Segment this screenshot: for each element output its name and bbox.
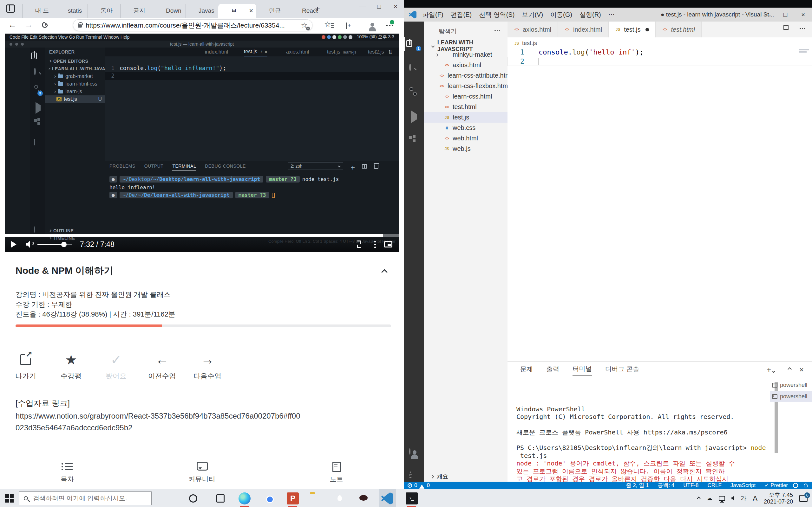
address-bar[interactable]: https://www.inflearn.com/course/올인원-개발클래… (73, 19, 312, 31)
gear-icon[interactable] (34, 227, 41, 234)
account-icon[interactable] (409, 449, 419, 458)
screencast-editor[interactable]: 1 console.log("hello inflearn!"); 2 (105, 56, 399, 161)
video-player[interactable]: Code File Edit Selection View Go Run Ter… (5, 34, 399, 252)
explorer-file-row[interactable]: learn-css-attribute.html (424, 70, 507, 81)
hidden-icons-chevron[interactable] (697, 497, 701, 500)
menu-item[interactable]: 선택 영역(S) (477, 10, 516, 19)
action-button[interactable]: 이전수업 (144, 352, 181, 381)
search-icon[interactable] (409, 65, 419, 74)
url-text[interactable]: https://www.inflearn.com/course/올인원-개발클래… (86, 21, 285, 30)
taskbar-terminal-icon[interactable]: ›_ (406, 493, 418, 504)
breadcrumb[interactable]: test.js (514, 40, 537, 47)
explorer-file-row[interactable]: web.js (424, 144, 507, 154)
taskbar-clock[interactable]: 오후 7:45 2021-07-20 (764, 492, 793, 505)
menu-item[interactable]: 이동(G) (549, 10, 574, 19)
play-button[interactable] (11, 241, 20, 248)
explorer-file-row[interactable]: › minkyu-maket (424, 49, 507, 60)
warning-count[interactable]: 0 (426, 482, 429, 489)
browser-tab[interactable]: ㅂ × (218, 4, 256, 18)
network-icon[interactable] (719, 496, 725, 501)
split-terminal-icon[interactable] (362, 164, 367, 170)
close-button[interactable]: × (794, 8, 812, 21)
statusbar-item[interactable]: JavaScript (730, 482, 756, 489)
action-button[interactable]: 나가기 (7, 352, 44, 381)
tab-close-icon[interactable]: × (264, 49, 267, 55)
fullscreen-icon[interactable] (357, 240, 365, 248)
new-terminal-icon[interactable]: + (351, 164, 355, 171)
explorer-file-row[interactable]: learn-css.html (424, 91, 507, 102)
volume-icon[interactable] (731, 496, 734, 501)
folder-root-header[interactable]: LEARN-ALL-WITH-JAVASC... (45, 65, 105, 72)
browser-tab[interactable]: 민규 × (256, 4, 289, 18)
statusbar-item[interactable]: ✓ Prettier (764, 482, 788, 489)
screencast-terminal[interactable]: PROBLEMSOUTPUTTERMINALDEBUG CONSOLE 2: z… (105, 161, 399, 234)
source-control-icon[interactable] (409, 89, 419, 99)
statusbar-item[interactable]: UTF-8 (683, 482, 699, 489)
menu-item[interactable]: 보기(V) (520, 10, 545, 19)
tab-actions-icon[interactable] (6, 4, 15, 13)
gear-icon[interactable] (409, 473, 419, 482)
explorer-file-row[interactable]: learn-css-flexbox.html (424, 81, 507, 91)
file-row[interactable]: › learn-js (45, 88, 105, 95)
collections-icon[interactable] (346, 22, 347, 29)
extensions-icon[interactable] (34, 122, 41, 129)
statusbar-item[interactable]: 줄 2, 열 1 (626, 482, 649, 489)
editor-tab[interactable]: axios.html (507, 21, 558, 38)
panel-tab[interactable]: PROBLEMS (109, 164, 136, 171)
panel-tab[interactable]: TERMINAL (172, 164, 196, 171)
search-input[interactable] (32, 494, 140, 502)
browser-tab[interactable]: Javas × (186, 4, 218, 18)
forward-button[interactable]: → (25, 20, 33, 30)
editor-tab[interactable]: test.js ./ × (244, 48, 267, 56)
material-link[interactable]: https://www.notion.so/grabyroom/React-35… (15, 410, 301, 434)
file-row[interactable]: › learn-html-css (45, 80, 105, 88)
maximize-button[interactable]: □ (776, 8, 794, 21)
panel-tab[interactable]: DEBUG CONSOLE (205, 164, 246, 171)
feedback-icon[interactable] (793, 483, 798, 488)
statusbar-item[interactable]: CRLF (707, 482, 721, 489)
files-icon[interactable] (34, 52, 41, 59)
file-row[interactable]: › grab-market (45, 72, 105, 80)
action-button[interactable]: 봤어요 (98, 352, 135, 381)
explorer-file-row[interactable]: test.html (424, 102, 507, 112)
new-terminal-icon[interactable]: + (767, 365, 774, 374)
panel-tab[interactable]: 디버그 콘솔 (605, 361, 639, 376)
cloud-icon[interactable]: ☁ (706, 495, 712, 502)
volume-slider[interactable] (38, 244, 72, 245)
menu-item[interactable]: ··· (607, 10, 616, 19)
back-button[interactable]: ← (8, 20, 16, 30)
editor-tab[interactable]: axios.html × (286, 48, 311, 56)
sidebar-more-icon[interactable] (497, 30, 498, 31)
menu-item[interactable]: 편집(E) (449, 10, 473, 19)
explorer-file-row[interactable]: web.html (424, 133, 507, 144)
taskbar-powerpoint-icon[interactable]: P (287, 493, 299, 504)
layout-toggle-icon[interactable]: ⇅ (388, 49, 392, 55)
editor-tab[interactable]: test.js learn-js × (327, 48, 356, 56)
terminal-list-item[interactable]: powershell (770, 379, 812, 391)
refresh-button[interactable] (41, 20, 49, 29)
collapse-chevron-icon[interactable] (381, 269, 388, 275)
editor-tab[interactable]: index.html × (205, 48, 231, 56)
ime-indicator[interactable]: A (753, 494, 757, 503)
bottom-nav-item[interactable]: 목차 (0, 456, 135, 489)
taskbar-search[interactable] (19, 492, 152, 505)
editor-tab[interactable]: test.html (656, 21, 702, 38)
outline-header[interactable]: OUTLINE (45, 227, 105, 234)
browser-tab[interactable]: 공지 × (120, 4, 153, 18)
editor-tab[interactable]: test2.js × (368, 48, 387, 56)
task-view-icon[interactable] (216, 494, 224, 503)
browser-tab[interactable]: 내 드 × (22, 4, 55, 18)
maximize-button[interactable]: □ (371, 0, 387, 13)
tab-close-icon[interactable]: × (249, 7, 253, 15)
editor-more-icon[interactable] (802, 28, 803, 29)
bottom-nav-item[interactable]: 커뮤니티 (135, 456, 269, 489)
panel-tab[interactable]: 터미널 (572, 361, 592, 376)
close-button[interactable]: × (387, 0, 404, 13)
panel-tab[interactable]: 문제 (520, 361, 533, 376)
search-icon[interactable] (34, 69, 41, 76)
start-button[interactable] (5, 494, 14, 503)
close-panel-icon[interactable]: × (799, 365, 804, 374)
panel-tab[interactable]: OUTPUT (144, 164, 164, 171)
menu-item[interactable]: 파일(F) (421, 10, 445, 19)
picture-in-picture-icon[interactable] (384, 241, 392, 247)
